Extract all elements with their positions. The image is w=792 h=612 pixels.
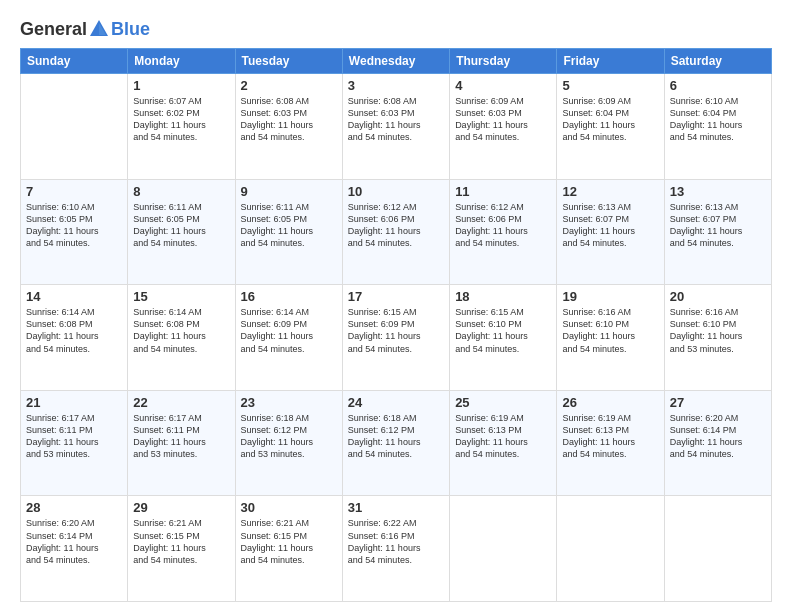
page: General Blue SundayMondayTuesdayWednesda…	[0, 0, 792, 612]
day-number: 28	[26, 500, 122, 515]
weekday-header-friday: Friday	[557, 49, 664, 74]
calendar-cell: 17Sunrise: 6:15 AM Sunset: 6:09 PM Dayli…	[342, 285, 449, 391]
calendar-cell: 24Sunrise: 6:18 AM Sunset: 6:12 PM Dayli…	[342, 390, 449, 496]
calendar-cell: 7Sunrise: 6:10 AM Sunset: 6:05 PM Daylig…	[21, 179, 128, 285]
day-number: 26	[562, 395, 658, 410]
day-info: Sunrise: 6:07 AM Sunset: 6:02 PM Dayligh…	[133, 95, 229, 144]
calendar-cell: 21Sunrise: 6:17 AM Sunset: 6:11 PM Dayli…	[21, 390, 128, 496]
calendar-cell	[557, 496, 664, 602]
day-number: 19	[562, 289, 658, 304]
calendar-cell: 12Sunrise: 6:13 AM Sunset: 6:07 PM Dayli…	[557, 179, 664, 285]
logo-blue: Blue	[111, 19, 150, 40]
calendar-cell: 19Sunrise: 6:16 AM Sunset: 6:10 PM Dayli…	[557, 285, 664, 391]
calendar-cell: 16Sunrise: 6:14 AM Sunset: 6:09 PM Dayli…	[235, 285, 342, 391]
day-info: Sunrise: 6:20 AM Sunset: 6:14 PM Dayligh…	[670, 412, 766, 461]
day-info: Sunrise: 6:21 AM Sunset: 6:15 PM Dayligh…	[133, 517, 229, 566]
day-info: Sunrise: 6:19 AM Sunset: 6:13 PM Dayligh…	[562, 412, 658, 461]
weekday-header-wednesday: Wednesday	[342, 49, 449, 74]
calendar-cell: 5Sunrise: 6:09 AM Sunset: 6:04 PM Daylig…	[557, 74, 664, 180]
day-info: Sunrise: 6:17 AM Sunset: 6:11 PM Dayligh…	[133, 412, 229, 461]
calendar-cell: 20Sunrise: 6:16 AM Sunset: 6:10 PM Dayli…	[664, 285, 771, 391]
calendar-cell: 15Sunrise: 6:14 AM Sunset: 6:08 PM Dayli…	[128, 285, 235, 391]
day-number: 27	[670, 395, 766, 410]
day-number: 11	[455, 184, 551, 199]
day-info: Sunrise: 6:12 AM Sunset: 6:06 PM Dayligh…	[455, 201, 551, 250]
day-number: 16	[241, 289, 337, 304]
calendar-cell: 29Sunrise: 6:21 AM Sunset: 6:15 PM Dayli…	[128, 496, 235, 602]
day-info: Sunrise: 6:14 AM Sunset: 6:08 PM Dayligh…	[26, 306, 122, 355]
day-info: Sunrise: 6:14 AM Sunset: 6:09 PM Dayligh…	[241, 306, 337, 355]
day-number: 5	[562, 78, 658, 93]
logo-icon	[88, 18, 110, 40]
day-info: Sunrise: 6:08 AM Sunset: 6:03 PM Dayligh…	[241, 95, 337, 144]
day-number: 21	[26, 395, 122, 410]
calendar-cell: 11Sunrise: 6:12 AM Sunset: 6:06 PM Dayli…	[450, 179, 557, 285]
day-number: 2	[241, 78, 337, 93]
day-info: Sunrise: 6:13 AM Sunset: 6:07 PM Dayligh…	[562, 201, 658, 250]
weekday-header-row: SundayMondayTuesdayWednesdayThursdayFrid…	[21, 49, 772, 74]
calendar: SundayMondayTuesdayWednesdayThursdayFrid…	[20, 48, 772, 602]
calendar-cell: 22Sunrise: 6:17 AM Sunset: 6:11 PM Dayli…	[128, 390, 235, 496]
weekday-header-monday: Monday	[128, 49, 235, 74]
week-row-5: 28Sunrise: 6:20 AM Sunset: 6:14 PM Dayli…	[21, 496, 772, 602]
calendar-cell: 14Sunrise: 6:14 AM Sunset: 6:08 PM Dayli…	[21, 285, 128, 391]
day-number: 13	[670, 184, 766, 199]
calendar-cell: 9Sunrise: 6:11 AM Sunset: 6:05 PM Daylig…	[235, 179, 342, 285]
week-row-2: 7Sunrise: 6:10 AM Sunset: 6:05 PM Daylig…	[21, 179, 772, 285]
day-info: Sunrise: 6:11 AM Sunset: 6:05 PM Dayligh…	[133, 201, 229, 250]
day-info: Sunrise: 6:16 AM Sunset: 6:10 PM Dayligh…	[670, 306, 766, 355]
day-info: Sunrise: 6:10 AM Sunset: 6:05 PM Dayligh…	[26, 201, 122, 250]
calendar-cell: 8Sunrise: 6:11 AM Sunset: 6:05 PM Daylig…	[128, 179, 235, 285]
calendar-cell: 26Sunrise: 6:19 AM Sunset: 6:13 PM Dayli…	[557, 390, 664, 496]
calendar-cell: 31Sunrise: 6:22 AM Sunset: 6:16 PM Dayli…	[342, 496, 449, 602]
calendar-cell: 3Sunrise: 6:08 AM Sunset: 6:03 PM Daylig…	[342, 74, 449, 180]
week-row-3: 14Sunrise: 6:14 AM Sunset: 6:08 PM Dayli…	[21, 285, 772, 391]
weekday-header-saturday: Saturday	[664, 49, 771, 74]
day-info: Sunrise: 6:17 AM Sunset: 6:11 PM Dayligh…	[26, 412, 122, 461]
day-info: Sunrise: 6:10 AM Sunset: 6:04 PM Dayligh…	[670, 95, 766, 144]
day-number: 8	[133, 184, 229, 199]
calendar-cell	[664, 496, 771, 602]
day-number: 14	[26, 289, 122, 304]
logo: General Blue	[20, 18, 150, 40]
day-number: 25	[455, 395, 551, 410]
calendar-cell: 10Sunrise: 6:12 AM Sunset: 6:06 PM Dayli…	[342, 179, 449, 285]
day-number: 20	[670, 289, 766, 304]
calendar-cell: 6Sunrise: 6:10 AM Sunset: 6:04 PM Daylig…	[664, 74, 771, 180]
day-info: Sunrise: 6:19 AM Sunset: 6:13 PM Dayligh…	[455, 412, 551, 461]
day-info: Sunrise: 6:14 AM Sunset: 6:08 PM Dayligh…	[133, 306, 229, 355]
calendar-cell: 2Sunrise: 6:08 AM Sunset: 6:03 PM Daylig…	[235, 74, 342, 180]
calendar-cell	[450, 496, 557, 602]
day-info: Sunrise: 6:18 AM Sunset: 6:12 PM Dayligh…	[348, 412, 444, 461]
day-number: 17	[348, 289, 444, 304]
day-info: Sunrise: 6:09 AM Sunset: 6:03 PM Dayligh…	[455, 95, 551, 144]
calendar-cell: 18Sunrise: 6:15 AM Sunset: 6:10 PM Dayli…	[450, 285, 557, 391]
day-info: Sunrise: 6:16 AM Sunset: 6:10 PM Dayligh…	[562, 306, 658, 355]
day-info: Sunrise: 6:22 AM Sunset: 6:16 PM Dayligh…	[348, 517, 444, 566]
week-row-1: 1Sunrise: 6:07 AM Sunset: 6:02 PM Daylig…	[21, 74, 772, 180]
weekday-header-tuesday: Tuesday	[235, 49, 342, 74]
calendar-cell: 1Sunrise: 6:07 AM Sunset: 6:02 PM Daylig…	[128, 74, 235, 180]
week-row-4: 21Sunrise: 6:17 AM Sunset: 6:11 PM Dayli…	[21, 390, 772, 496]
day-number: 7	[26, 184, 122, 199]
day-info: Sunrise: 6:15 AM Sunset: 6:09 PM Dayligh…	[348, 306, 444, 355]
day-info: Sunrise: 6:09 AM Sunset: 6:04 PM Dayligh…	[562, 95, 658, 144]
day-number: 12	[562, 184, 658, 199]
calendar-cell: 30Sunrise: 6:21 AM Sunset: 6:15 PM Dayli…	[235, 496, 342, 602]
day-number: 31	[348, 500, 444, 515]
weekday-header-thursday: Thursday	[450, 49, 557, 74]
calendar-cell: 27Sunrise: 6:20 AM Sunset: 6:14 PM Dayli…	[664, 390, 771, 496]
day-number: 23	[241, 395, 337, 410]
day-number: 22	[133, 395, 229, 410]
calendar-cell: 23Sunrise: 6:18 AM Sunset: 6:12 PM Dayli…	[235, 390, 342, 496]
day-number: 10	[348, 184, 444, 199]
calendar-cell: 25Sunrise: 6:19 AM Sunset: 6:13 PM Dayli…	[450, 390, 557, 496]
logo-general: General	[20, 19, 87, 40]
day-number: 15	[133, 289, 229, 304]
day-number: 4	[455, 78, 551, 93]
day-number: 1	[133, 78, 229, 93]
day-info: Sunrise: 6:21 AM Sunset: 6:15 PM Dayligh…	[241, 517, 337, 566]
logo-text: General Blue	[20, 18, 150, 40]
day-number: 29	[133, 500, 229, 515]
day-info: Sunrise: 6:13 AM Sunset: 6:07 PM Dayligh…	[670, 201, 766, 250]
